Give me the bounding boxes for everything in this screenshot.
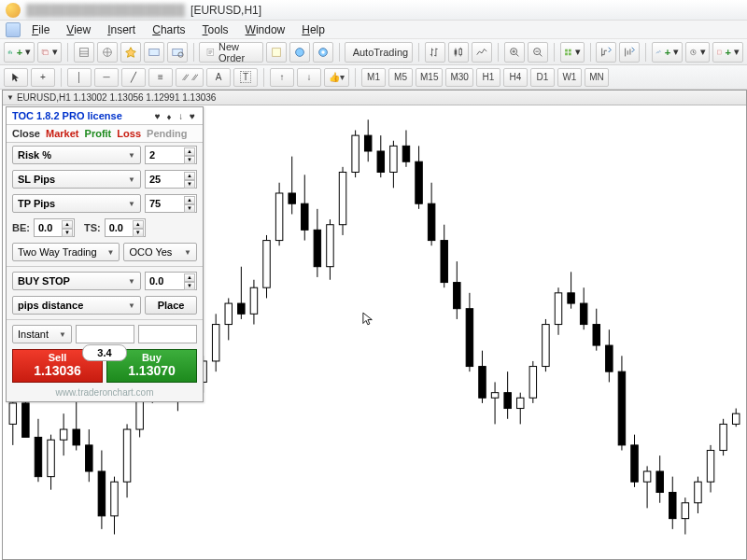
ts-input[interactable]: 0.0▲▼ bbox=[105, 218, 146, 237]
periods-button[interactable]: ▾ bbox=[685, 42, 710, 63]
tab-close[interactable]: Close bbox=[12, 128, 40, 139]
risk-input[interactable]: 2▲▼ bbox=[145, 146, 197, 164]
order-type-select[interactable]: BUY STOP▼ bbox=[12, 272, 141, 290]
auto-scroll-button[interactable]: ▾ bbox=[560, 42, 585, 63]
thumbs-tool[interactable]: 👍▾ bbox=[324, 68, 349, 87]
svg-rect-79 bbox=[339, 172, 345, 224]
tf-mn[interactable]: MN bbox=[585, 68, 609, 87]
order-price-input[interactable]: 0.0▲▼ bbox=[145, 272, 197, 290]
tp-input[interactable]: 75▲▼ bbox=[145, 194, 197, 213]
tf-m30[interactable]: M30 bbox=[445, 68, 472, 87]
menu-file[interactable]: File bbox=[24, 21, 57, 38]
sl-input[interactable]: 25▲▼ bbox=[145, 170, 197, 189]
arrow-down-tool[interactable]: ↓ bbox=[297, 68, 321, 87]
autotrading-label: AutoTrading bbox=[353, 47, 409, 58]
zoom-out-button[interactable] bbox=[528, 42, 548, 63]
place-button[interactable]: Place bbox=[145, 296, 197, 315]
vertical-line-tool[interactable]: │ bbox=[67, 68, 92, 87]
fibonacci-tool[interactable]: ⫽⫽ bbox=[176, 68, 204, 87]
svg-rect-27 bbox=[9, 403, 16, 424]
tp-select[interactable]: TP Pips▼ bbox=[12, 194, 141, 213]
svg-rect-91 bbox=[416, 161, 422, 203]
svg-rect-7 bbox=[148, 49, 159, 55]
text-label-tool[interactable]: T bbox=[233, 68, 258, 87]
app-icon bbox=[6, 22, 21, 37]
chart-dropdown-icon[interactable]: ▼ bbox=[7, 93, 14, 102]
text-tool[interactable]: A bbox=[206, 68, 231, 87]
navigator-button[interactable] bbox=[120, 42, 141, 63]
candle-chart-button[interactable] bbox=[448, 42, 469, 63]
be-input[interactable]: 0.0▲▼ bbox=[34, 218, 75, 237]
menu-help[interactable]: Help bbox=[294, 21, 332, 38]
instant-input1[interactable] bbox=[76, 325, 134, 343]
tf-h1[interactable]: H1 bbox=[476, 68, 500, 87]
chart-shift2-button[interactable] bbox=[619, 42, 640, 63]
tab-pending[interactable]: Pending bbox=[147, 128, 187, 139]
svg-rect-95 bbox=[441, 241, 447, 283]
menu-tools[interactable]: Tools bbox=[195, 21, 236, 38]
svg-rect-121 bbox=[606, 345, 613, 371]
panel-header[interactable]: TOC 1.8.2 PRO license ♥ ⬧ ↓ ♥ bbox=[7, 107, 203, 125]
arrow-up-tool[interactable]: ↑ bbox=[270, 68, 294, 87]
templates-button[interactable]: +▾ bbox=[712, 42, 743, 63]
expert-advisors-button[interactable] bbox=[289, 42, 310, 63]
panel-header-icons[interactable]: ♥ ⬧ ↓ ♥ bbox=[155, 111, 197, 121]
tf-m5[interactable]: M5 bbox=[388, 68, 413, 87]
svg-rect-5 bbox=[79, 48, 88, 56]
svg-rect-39 bbox=[86, 445, 92, 471]
menu-window[interactable]: Window bbox=[238, 21, 293, 38]
profiles-button[interactable]: ▾ bbox=[37, 42, 62, 63]
chart-shift-button[interactable] bbox=[596, 42, 616, 63]
svg-rect-16 bbox=[455, 49, 458, 54]
panel-title: TOC 1.8.2 PRO license bbox=[12, 110, 122, 121]
terminal-button[interactable] bbox=[144, 42, 164, 63]
bar-chart-button[interactable] bbox=[425, 42, 445, 63]
strategy-tester-button[interactable] bbox=[167, 42, 188, 63]
options-button[interactable] bbox=[313, 42, 333, 63]
svg-rect-23 bbox=[569, 52, 571, 55]
menu-view[interactable]: View bbox=[59, 21, 98, 38]
menu-charts[interactable]: Charts bbox=[145, 21, 192, 38]
be-label: BE: bbox=[12, 222, 30, 233]
ts-label: TS: bbox=[84, 222, 101, 233]
indicators-button[interactable]: +▾ bbox=[652, 42, 683, 63]
svg-rect-17 bbox=[459, 49, 462, 54]
svg-rect-35 bbox=[60, 429, 66, 440]
cursor-tool[interactable] bbox=[4, 68, 28, 87]
distance-select[interactable]: pips distance▼ bbox=[12, 296, 141, 315]
market-watch-button[interactable] bbox=[74, 42, 94, 63]
tf-w1[interactable]: W1 bbox=[557, 68, 582, 87]
new-chart-button[interactable]: +▾ bbox=[4, 42, 35, 63]
tf-m15[interactable]: M15 bbox=[416, 68, 443, 87]
chart-header-text: EURUSD,H1 1.13002 1.13056 1.12991 1.1303… bbox=[17, 92, 217, 103]
metaquotes-button[interactable] bbox=[266, 42, 287, 63]
new-order-button[interactable]: New Order bbox=[199, 42, 262, 63]
svg-rect-107 bbox=[517, 398, 524, 408]
tab-profit[interactable]: Profit bbox=[85, 128, 112, 139]
tf-m1[interactable]: M1 bbox=[361, 68, 386, 87]
channel-tool[interactable]: ≡ bbox=[148, 68, 173, 87]
risk-select[interactable]: Risk %▼ bbox=[12, 146, 141, 164]
tf-h4[interactable]: H4 bbox=[503, 68, 528, 87]
svg-rect-45 bbox=[123, 429, 130, 482]
oco-select[interactable]: OCO Yes▼ bbox=[123, 243, 197, 261]
autotrading-button[interactable]: AutoTrading bbox=[345, 42, 413, 63]
crosshair-tool[interactable]: + bbox=[31, 68, 55, 87]
svg-rect-127 bbox=[643, 471, 650, 482]
svg-rect-81 bbox=[352, 135, 359, 172]
horizontal-line-tool[interactable]: ─ bbox=[94, 68, 119, 87]
main-toolbar: +▾ ▾ New Order AutoTrading ▾ +▾ ▾ +▾ bbox=[0, 39, 747, 65]
tab-loss[interactable]: Loss bbox=[117, 128, 141, 139]
instant-input2[interactable] bbox=[138, 325, 197, 343]
trendline-tool[interactable]: ╱ bbox=[121, 68, 146, 87]
instant-select[interactable]: Instant▼ bbox=[12, 325, 72, 343]
sl-select[interactable]: SL Pips▼ bbox=[12, 170, 141, 189]
zoom-in-button[interactable] bbox=[504, 42, 525, 63]
menu-insert[interactable]: Insert bbox=[100, 21, 143, 38]
data-window-button[interactable] bbox=[97, 42, 118, 63]
tab-market[interactable]: Market bbox=[46, 128, 78, 139]
line-chart-button[interactable] bbox=[472, 42, 492, 63]
mode-select[interactable]: Two Way Trading▼ bbox=[12, 243, 120, 261]
tf-d1[interactable]: D1 bbox=[530, 68, 555, 87]
svg-rect-123 bbox=[618, 371, 625, 445]
